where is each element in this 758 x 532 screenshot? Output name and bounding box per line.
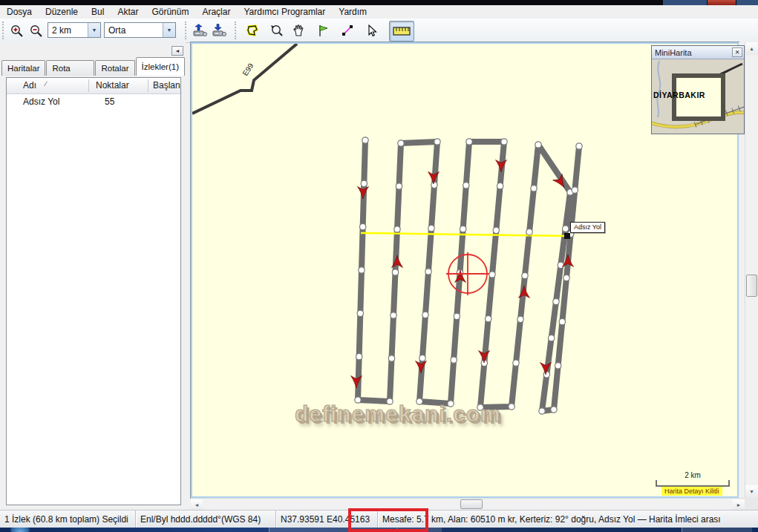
zoom-in-button[interactable]	[7, 22, 25, 39]
menu-yardimci-programlar[interactable]: Yardımcı Programlar	[237, 5, 332, 19]
map-select-tool-button[interactable]	[244, 22, 261, 39]
tab-haritalar[interactable]: Haritalar	[1, 60, 45, 76]
track-point[interactable]	[392, 269, 398, 275]
chevron-down-icon[interactable]: ▼	[88, 23, 100, 37]
menu-gorunum[interactable]: Görünüm	[145, 5, 195, 19]
column-header-noktalar[interactable]: Noktalar	[96, 80, 129, 91]
menu-aktar[interactable]: Aktar	[111, 5, 145, 19]
track-point[interactable]	[434, 139, 440, 145]
track-point[interactable]	[489, 272, 495, 278]
taskbar-button-sliver[interactable]	[682, 528, 752, 532]
scroll-left-icon[interactable]: ◄	[191, 499, 203, 510]
track-point[interactable]	[539, 408, 545, 414]
receive-from-device-button[interactable]	[210, 22, 228, 39]
chevron-down-icon[interactable]: ▼	[163, 23, 175, 37]
track-point[interactable]	[460, 226, 466, 232]
track-point[interactable]	[486, 316, 491, 322]
tab-rota-noktalari[interactable]: Rota Noktaları	[46, 60, 94, 76]
column-divider[interactable]	[148, 79, 148, 92]
panel-collapse-button[interactable]: ◄	[171, 46, 183, 56]
track-point[interactable]	[493, 227, 499, 233]
track-point[interactable]	[357, 310, 363, 316]
scroll-thumb[interactable]	[746, 275, 757, 297]
track-point[interactable]	[391, 312, 396, 318]
send-to-device-button[interactable]	[191, 22, 209, 39]
track-point[interactable]	[535, 142, 541, 148]
start-orb-sliver[interactable]	[10, 528, 30, 532]
track-point[interactable]	[398, 140, 404, 146]
track-point[interactable]	[451, 357, 457, 363]
track-point[interactable]	[431, 182, 437, 188]
track-point[interactable]	[394, 226, 400, 232]
track-point[interactable]	[396, 183, 402, 189]
track-point[interactable]	[558, 262, 563, 268]
menu-araclar[interactable]: Araçlar	[195, 5, 237, 19]
track-point[interactable]	[454, 313, 460, 319]
track-row[interactable]: Adsız Yol 55	[7, 93, 180, 108]
track-point[interactable]	[555, 363, 561, 369]
track-name-cell[interactable]: Adsız Yol	[23, 96, 59, 107]
track-point[interactable]	[463, 183, 469, 188]
track-point[interactable]	[549, 335, 555, 341]
minimap-titlebar[interactable]: MiniHarita ✕	[652, 46, 744, 59]
track-point[interactable]	[425, 269, 431, 275]
track-point[interactable]	[419, 355, 425, 361]
scroll-thumb[interactable]	[460, 499, 483, 509]
column-header-adi[interactable]: Adı	[23, 80, 36, 91]
track-point[interactable]	[563, 226, 569, 231]
column-divider[interactable]	[88, 79, 89, 92]
measure-handle[interactable]	[564, 233, 570, 239]
detail-level-combo[interactable]: Orta ▼	[104, 22, 176, 38]
menu-duzenle[interactable]: Düzenle	[39, 5, 85, 19]
track-point[interactable]	[422, 312, 428, 318]
scrollbar-corner	[745, 498, 758, 510]
track-point[interactable]	[466, 139, 472, 145]
close-icon[interactable]: ✕	[732, 47, 742, 57]
map-vertical-scrollbar[interactable]: ▲ ▼	[745, 42, 758, 498]
scroll-right-icon[interactable]: ►	[733, 499, 745, 510]
track-point[interactable]	[522, 272, 528, 278]
track-point[interactable]	[509, 404, 514, 410]
track-point[interactable]	[361, 180, 367, 186]
track-point[interactable]	[572, 187, 578, 193]
track-point[interactable]	[359, 267, 365, 273]
track-point[interactable]	[559, 319, 565, 325]
track-point[interactable]	[513, 360, 519, 366]
scroll-up-icon[interactable]: ▲	[745, 42, 758, 55]
minimap-panel: MiniHarita ✕ DİYARBAKIR	[651, 45, 745, 134]
zoom-scale-combo[interactable]: 2 km ▼	[48, 22, 101, 38]
track-point[interactable]	[531, 185, 537, 191]
waypoint-tool-button[interactable]	[315, 22, 333, 39]
track-point[interactable]	[501, 139, 507, 145]
track-point[interactable]	[517, 316, 523, 322]
track-point[interactable]	[388, 355, 394, 361]
menu-yardim[interactable]: Yardım	[332, 5, 373, 19]
pan-tool-button[interactable]	[290, 22, 307, 39]
track-point[interactable]	[563, 275, 569, 280]
track-point[interactable]	[356, 354, 362, 360]
route-tool-button[interactable]	[339, 22, 356, 39]
zoom-tool-button[interactable]	[267, 22, 285, 39]
track-point[interactable]	[551, 407, 557, 413]
track-point[interactable]	[360, 224, 366, 230]
menu-bul[interactable]: Bul	[85, 5, 111, 19]
track-point[interactable]	[576, 143, 582, 149]
zoom-out-button[interactable]	[27, 22, 45, 39]
column-header-baslangic[interactable]: Başlangıç	[153, 80, 180, 91]
track-point[interactable]	[543, 372, 549, 378]
track-point[interactable]	[526, 229, 532, 235]
minimap-map[interactable]: DİYARBAKIR	[652, 59, 744, 134]
titlebar-segment	[736, 0, 758, 5]
selection-tool-button[interactable]	[362, 22, 380, 39]
track-point[interactable]	[362, 137, 368, 143]
tab-izlekler[interactable]: İzlekler(1)	[136, 57, 185, 76]
distance-tool-button-active[interactable]	[389, 21, 414, 42]
scroll-down-icon[interactable]: ▼	[745, 485, 758, 498]
menu-dosya[interactable]: Dosya	[0, 5, 39, 19]
track-point[interactable]	[553, 298, 559, 304]
track-point[interactable]	[497, 183, 503, 189]
map-horizontal-scrollbar[interactable]: ◄ ►	[191, 498, 745, 510]
close-button-sliver[interactable]	[708, 0, 736, 5]
track-point[interactable]	[428, 226, 434, 231]
tab-rotalar[interactable]: Rotalar	[95, 60, 134, 76]
